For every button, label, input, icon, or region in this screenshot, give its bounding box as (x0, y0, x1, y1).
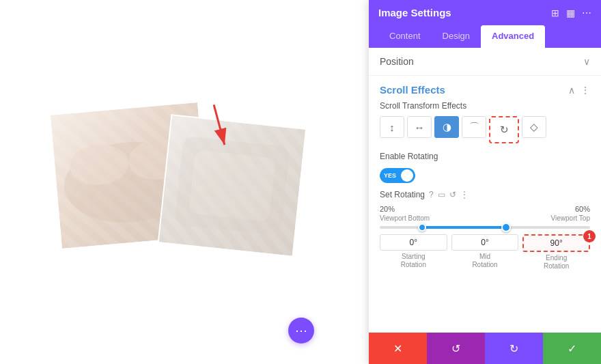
transform-scale-icon[interactable]: ◇ (522, 116, 546, 138)
ending-rotation-label: EndingRotation (522, 254, 590, 270)
columns-icon[interactable]: ▦ (566, 8, 575, 18)
confirm-icon: ✓ (568, 342, 576, 355)
transform-horizontal-icon[interactable]: ↔ (407, 116, 432, 138)
transform-rotate-icon[interactable]: ↻ (492, 119, 516, 141)
enable-rotating-row: Enable Rotating (380, 152, 590, 161)
scroll-effects-icons: ∧ ⋮ (568, 85, 590, 96)
mid-rotation-group: 0° MidRotation (451, 234, 519, 270)
ending-rotation-group: 90° 1 EndingRotation (522, 234, 590, 270)
mid-rotation-value[interactable]: 0° (451, 234, 519, 251)
scroll-collapse-icon[interactable]: ∧ (568, 85, 575, 96)
set-rotating-help-icon[interactable]: ? (429, 190, 434, 199)
scroll-effects-title: Scroll Effects (380, 84, 445, 96)
viewport-top-label: Viewport Top (551, 214, 590, 222)
mid-rotation-label: MidRotation (451, 253, 519, 269)
slider-labels: 20% 60% (380, 205, 590, 213)
transform-rotate-group: ↻ (489, 116, 519, 143)
set-rotating-device-icon[interactable]: ▭ (438, 190, 445, 199)
slider-thumb-left[interactable] (418, 223, 426, 232)
slider-fill (422, 226, 506, 229)
scroll-transform-label: Scroll Transform Effects (380, 101, 590, 111)
transform-fade-icon[interactable]: ◑ (434, 116, 459, 138)
starting-rotation-group: 0° StartingRotation (380, 234, 447, 270)
panel-header: Image Settings ⊞ ▦ ⋯ (369, 0, 601, 25)
position-section-header[interactable]: Position ∨ (369, 48, 601, 75)
viewport-bottom-label: Viewport Bottom (380, 214, 430, 222)
confirm-button[interactable]: ✓ (543, 333, 601, 364)
position-chevron: ∨ (583, 56, 590, 67)
slider-left-pct: 20% (380, 205, 395, 213)
image-collage (41, 66, 328, 298)
set-rotating-row: Set Rotating ? ▭ ↺ ⋮ (380, 190, 590, 199)
transform-icons-row: ↕ ↔ ◑ ⌒ ↻ ◇ (380, 116, 590, 143)
scroll-effects-header: Scroll Effects ∧ ⋮ (380, 76, 590, 101)
more-icon[interactable]: ⋯ (582, 8, 591, 18)
toggle-yes-label: YES (381, 172, 396, 179)
svg-rect-4 (189, 150, 276, 221)
enable-rotating-label: Enable Rotating (380, 152, 438, 161)
transform-blur-icon[interactable]: ⌒ (462, 116, 486, 138)
starting-rotation-value[interactable]: 0° (380, 234, 447, 251)
undo-button[interactable]: ↺ (427, 333, 485, 364)
set-rotating-more-icon[interactable]: ⋮ (460, 190, 469, 199)
tab-content[interactable]: Content (378, 25, 432, 48)
slider-area: Viewport Bottom Viewport Top (380, 214, 590, 229)
cancel-icon: ✕ (393, 342, 402, 355)
panel-tabs: Content Design Advanced (369, 25, 601, 48)
enable-rotating-toggle[interactable]: YES (380, 168, 415, 183)
transform-vertical-icon[interactable]: ↕ (380, 116, 404, 138)
set-rotating-label: Set Rotating (380, 190, 425, 199)
scroll-more-icon[interactable]: ⋮ (581, 85, 590, 96)
fab-button[interactable]: ⋯ (288, 318, 314, 344)
redo-icon: ↻ (509, 342, 518, 355)
panel-body: Position ∨ Scroll Effects ∧ ⋮ Scroll Tra… (369, 48, 601, 333)
cancel-button[interactable]: ✕ (369, 333, 427, 364)
panel-header-icons: ⊞ ▦ ⋯ (551, 8, 591, 18)
responsive-icon[interactable]: ⊞ (551, 8, 559, 18)
canvas-area: ⋯ (0, 0, 369, 364)
undo-icon: ↺ (451, 342, 460, 355)
slider-thumb-right[interactable] (501, 223, 511, 232)
tab-design[interactable]: Design (432, 25, 481, 48)
position-title: Position (380, 56, 414, 67)
scroll-effects-section: Scroll Effects ∧ ⋮ Scroll Transform Effe… (369, 76, 601, 280)
panel-title: Image Settings (378, 7, 451, 18)
svg-line-6 (199, 104, 240, 145)
set-rotating-undo-icon[interactable]: ↺ (449, 190, 456, 199)
tab-advanced[interactable]: Advanced (481, 25, 545, 48)
badge-1: 1 (583, 230, 596, 242)
slider-right-pct: 60% (575, 205, 590, 213)
rotation-inputs: 0° StartingRotation 0° MidRotation 90° 1… (380, 234, 590, 270)
redo-button[interactable]: ↻ (485, 333, 543, 364)
ending-rotation-value[interactable]: 90° (522, 234, 590, 252)
starting-rotation-label: StartingRotation (380, 253, 447, 269)
settings-panel: Image Settings ⊞ ▦ ⋯ Content Design Adva… (369, 0, 601, 364)
toggle-thumb (401, 169, 413, 182)
position-section: Position ∨ (369, 48, 601, 76)
slider-track[interactable] (380, 226, 590, 229)
panel-footer: ✕ ↺ ↻ ✓ (369, 333, 601, 364)
